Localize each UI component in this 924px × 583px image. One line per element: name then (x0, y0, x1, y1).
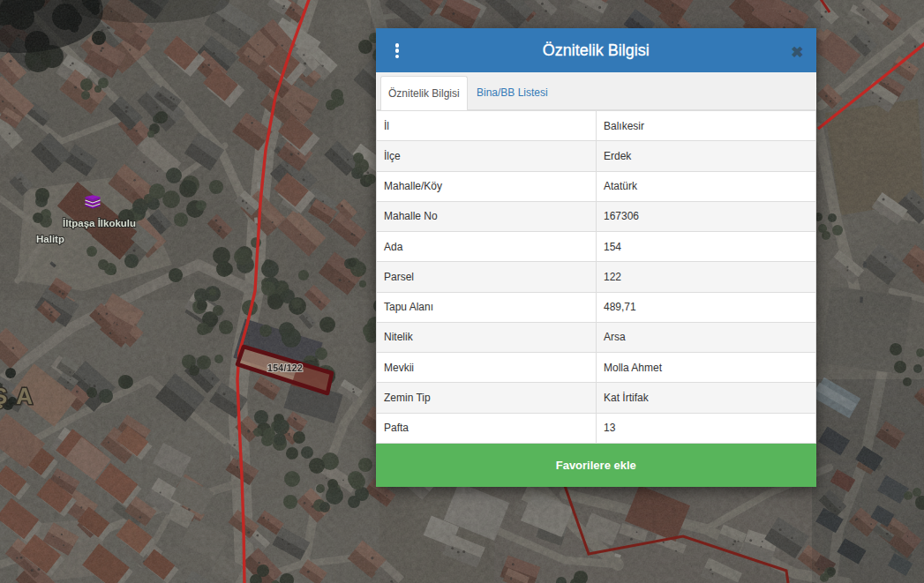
svg-text:İltpaşa İlkokulu: İltpaşa İlkokulu (63, 218, 136, 228)
svg-text:Halitp: Halitp (36, 234, 64, 244)
svg-text:ŞA: ŞA (0, 383, 41, 409)
svg-text:154/122: 154/122 (267, 363, 303, 373)
